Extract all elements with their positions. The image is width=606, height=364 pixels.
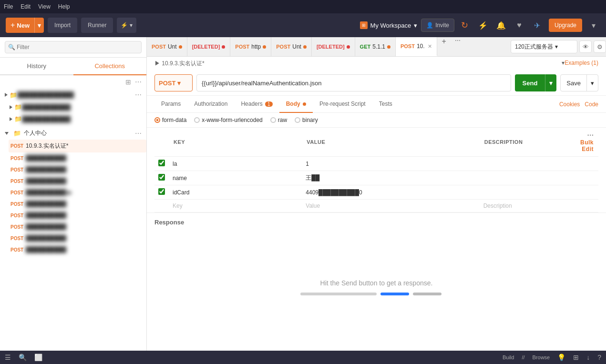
method-select[interactable]: POST ▾ (154, 74, 193, 91)
list-item[interactable]: POST ██████████ (9, 198, 146, 210)
list-item[interactable]: POST ██████████ (9, 210, 146, 221)
sync-icon[interactable]: ↻ (458, 19, 472, 32)
bulk-edit-button[interactable]: Bulk Edit (580, 139, 594, 152)
row-3-desc[interactable] (480, 185, 570, 200)
invite-button[interactable]: 👤 Invite (421, 19, 454, 32)
personal-group-more[interactable]: ⋯ (135, 130, 142, 137)
menu-help[interactable]: Help (58, 3, 70, 10)
collection-group-1[interactable]: 📁 ██████████████ ⋯ (0, 89, 146, 101)
expand-icon[interactable]: ⊞ (573, 354, 579, 361)
tab-7[interactable]: POST 10. ✕ (396, 37, 437, 56)
tab-5[interactable]: [DELETED] (312, 37, 355, 56)
list-item[interactable]: POST ██████████ (9, 244, 146, 255)
tab-7-method: POST (401, 43, 415, 49)
heart-icon[interactable]: ♥ (513, 19, 526, 32)
send-button[interactable]: Send ▾ (515, 74, 557, 91)
placeholder-description[interactable]: Description (480, 200, 570, 212)
tab-more-button[interactable]: ⋯ (451, 37, 464, 56)
item-name-2: ██████████ (26, 166, 142, 173)
more-icon[interactable]: ⋯ (134, 77, 143, 87)
filter-input[interactable] (5, 41, 142, 53)
collection-group-2[interactable]: 📁 ████████████ (0, 101, 146, 113)
upgrade-dropdown-icon[interactable]: ▾ (587, 19, 600, 32)
tab-3[interactable]: POST http (230, 37, 271, 56)
save-button[interactable]: Save ▾ (560, 74, 598, 91)
browse-label[interactable]: Browse (533, 354, 550, 360)
row-1-value[interactable]: 1 (302, 157, 479, 171)
tab-add-button[interactable]: + (437, 37, 451, 56)
list-item[interactable]: POST 10.9.3.实名认证* (9, 140, 146, 152)
collection-group-3[interactable]: 📁 ████████████ (0, 113, 146, 125)
env-eye-icon[interactable]: 👁 (579, 40, 592, 53)
tab-history[interactable]: History (0, 58, 73, 75)
row-2-desc[interactable] (480, 171, 570, 185)
row-3-value[interactable]: 4409██████████0 (302, 185, 479, 200)
plane-icon[interactable]: ✈ (531, 19, 544, 32)
list-item[interactable]: POST ██████████ (9, 152, 146, 164)
examples-dropdown[interactable]: ▾ (562, 60, 565, 66)
lightning-icon[interactable]: ⚡ (476, 19, 490, 32)
radio-raw[interactable]: raw (270, 117, 287, 123)
req-tab-tests[interactable]: Tests (372, 96, 399, 113)
examples-link[interactable]: Examples (1) (565, 60, 598, 66)
env-settings-icon[interactable]: ⚙ (594, 40, 606, 53)
placeholder-key[interactable]: Key (169, 200, 302, 212)
download-icon[interactable]: ↓ (586, 354, 590, 361)
row-2-checkbox[interactable] (158, 174, 165, 181)
list-item[interactable]: POST ██████████ (9, 164, 146, 175)
req-tab-params[interactable]: Params (154, 96, 187, 113)
list-item[interactable]: POST ██████████ (9, 175, 146, 187)
list-item[interactable]: POST ██████████ (9, 221, 146, 233)
row-3-checkbox[interactable] (158, 188, 165, 195)
runner-button[interactable]: Runner (81, 18, 113, 33)
import-button[interactable]: Import (48, 18, 77, 33)
group-1-more[interactable]: ⋯ (135, 91, 142, 99)
radio-urlencoded[interactable]: x-www-form-urlencoded (194, 117, 262, 123)
send-dropdown[interactable]: ▾ (545, 74, 556, 91)
tab-7-close[interactable]: ✕ (428, 43, 432, 50)
menu-edit[interactable]: Edit (21, 3, 31, 10)
cookies-link[interactable]: Cookies (559, 101, 580, 108)
more-options-icon[interactable]: ⋯ (587, 131, 594, 139)
search-bottom-icon[interactable]: 🔍 (19, 354, 27, 361)
row-1-key[interactable]: la (169, 157, 302, 171)
url-input[interactable] (196, 74, 511, 91)
upgrade-button[interactable]: Upgrade (549, 19, 582, 32)
new-collection-icon[interactable]: ⊞ (124, 77, 132, 87)
req-tab-headers[interactable]: Headers 1 (234, 96, 279, 113)
panel-icon[interactable]: ⬜ (34, 354, 42, 361)
row-1-desc[interactable] (480, 157, 570, 171)
workspace-selector[interactable]: ⊞ My Workspace ▾ (360, 21, 418, 29)
tab-4[interactable]: POST Unt (271, 37, 312, 56)
env-selector[interactable]: 120正式服务器 ▾ (511, 40, 577, 53)
bell-icon[interactable]: 🔔 (494, 19, 508, 32)
req-tab-authorization[interactable]: Authorization (187, 96, 234, 113)
tab-1[interactable]: POST Unt (147, 37, 187, 56)
new-button-dropdown[interactable]: ▾ (34, 18, 44, 33)
code-link[interactable]: Code (585, 101, 598, 108)
tab-collections[interactable]: Collections (73, 58, 147, 75)
placeholder-value[interactable]: Value (302, 200, 479, 212)
extra-button[interactable]: ⚡ ▾ (117, 18, 136, 33)
radio-binary[interactable]: binary (295, 117, 318, 123)
tab-2[interactable]: [DELETED] (187, 37, 231, 56)
group-personal-center[interactable]: 📁 个人中心 ⋯ (0, 127, 146, 140)
menu-file[interactable]: File (4, 3, 13, 10)
radio-form-data[interactable]: form-data (154, 117, 186, 123)
row-1-checkbox[interactable] (158, 160, 165, 166)
lightbulb-icon[interactable]: 💡 (557, 354, 565, 361)
row-2-value[interactable]: 王██ (302, 171, 479, 185)
list-item[interactable]: POST ██████████ (9, 233, 146, 244)
row-2-key[interactable]: name (169, 171, 302, 185)
layout-icon[interactable]: ☰ (5, 354, 11, 361)
build-label[interactable]: Build (503, 354, 514, 360)
row-3-key[interactable]: idCard (169, 185, 302, 200)
save-dropdown[interactable]: ▾ (586, 75, 598, 91)
req-tab-pre-request[interactable]: Pre-request Script (313, 96, 372, 113)
req-tab-body[interactable]: Body (279, 96, 313, 113)
list-item[interactable]: POST ██████████ ▶ (9, 187, 146, 198)
tab-6[interactable]: GET 5.1.1 (355, 37, 396, 56)
help-icon[interactable]: ? (597, 354, 601, 361)
menu-view[interactable]: View (38, 3, 51, 10)
new-button[interactable]: + New ▾ (6, 18, 44, 33)
